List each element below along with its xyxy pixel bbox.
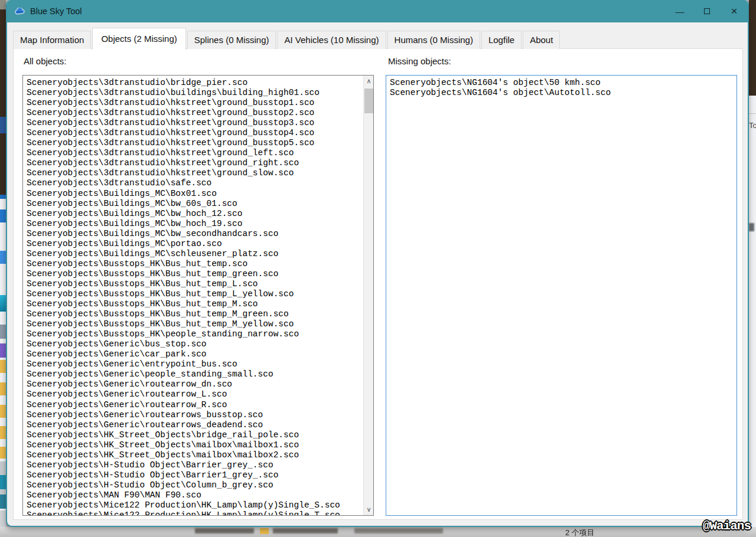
list-item[interactable]: Sceneryobjects\Generic\routearrow_L.sco bbox=[27, 389, 363, 400]
list-item[interactable]: Sceneryobjects\Generic\car_park.sco bbox=[27, 349, 363, 359]
list-item[interactable]: Sceneryobjects\Busstops_HK\Bus_hut_temp_… bbox=[27, 289, 363, 299]
scroll-down-icon[interactable]: ∨ bbox=[364, 505, 374, 515]
list-item[interactable]: Sceneryobjects\Busstops_HK\Bus_hut_temp_… bbox=[27, 299, 363, 309]
tab-humans[interactable]: Humans (0 Missing) bbox=[387, 31, 480, 49]
list-item[interactable]: Sceneryobjects\Generic\routearrow_R.sco bbox=[27, 400, 363, 410]
minimize-button[interactable]: — bbox=[666, 0, 693, 22]
background-items-count: 2 个项目 bbox=[565, 528, 595, 536]
vertical-scrollbar[interactable]: ∧ ∨ bbox=[363, 76, 373, 515]
list-item[interactable]: Sceneryobjects\Busstops_HK\Bus_hut_temp.… bbox=[27, 259, 363, 269]
list-item[interactable]: Sceneryobjects\Buildings_MC\portao.sco bbox=[27, 239, 363, 249]
maximize-icon bbox=[704, 8, 710, 14]
scroll-up-icon[interactable]: ∧ bbox=[364, 76, 374, 86]
background-text-fragment: To bbox=[749, 121, 756, 130]
folder-icon bbox=[260, 528, 269, 534]
list-item[interactable]: Sceneryobjects\Buildings_MC\bw_secondhan… bbox=[27, 229, 363, 239]
list-item[interactable]: Sceneryobjects\NG1604's object\Autotoll.… bbox=[390, 88, 734, 98]
background-text-smudge bbox=[354, 528, 443, 533]
background-text-smudge bbox=[195, 528, 254, 533]
background-app-icon bbox=[0, 495, 6, 509]
list-item[interactable]: Sceneryobjects\Generic\bus_stop.sco bbox=[27, 339, 363, 349]
list-item[interactable]: Sceneryobjects\Generic\routearrow_dn.sco bbox=[27, 379, 363, 389]
list-item[interactable]: Sceneryobjects\Buildings_MC\Box01.sco bbox=[27, 189, 363, 199]
maximize-button[interactable] bbox=[693, 0, 721, 22]
list-item[interactable]: Sceneryobjects\Busstops_HK\people_standi… bbox=[27, 329, 363, 339]
tab-logfile[interactable]: Logfile bbox=[481, 31, 522, 49]
all-objects-listbox[interactable]: Sceneryobjects\3dtranstudio\bridge_pier.… bbox=[22, 75, 374, 516]
all-objects-list: Sceneryobjects\3dtranstudio\bridge_pier.… bbox=[27, 78, 363, 515]
list-item[interactable]: Sceneryobjects\Generic\people_standing_s… bbox=[27, 369, 363, 379]
list-item[interactable]: Sceneryobjects\Busstops_HK\Bus_hut_temp_… bbox=[27, 319, 363, 329]
list-item[interactable]: Sceneryobjects\HK_Street_Objects\bridge_… bbox=[27, 430, 363, 440]
background-fragment bbox=[0, 0, 6, 9]
list-item[interactable]: Sceneryobjects\Mice122 Production\HK_Lam… bbox=[27, 500, 363, 510]
list-item[interactable]: Sceneryobjects\Generic\entrypoint_bus.sc… bbox=[27, 359, 363, 369]
list-item[interactable]: Sceneryobjects\Busstops_HK\Bus_hut_temp_… bbox=[27, 269, 363, 279]
list-item[interactable]: Sceneryobjects\Generic\routearrows_deade… bbox=[27, 420, 363, 430]
background-right-sliver: To bbox=[749, 0, 756, 537]
background-texture bbox=[749, 0, 756, 96]
background-texture bbox=[0, 0, 6, 198]
list-item[interactable]: Sceneryobjects\3dtranstudio\hkstreet\gro… bbox=[27, 118, 363, 128]
missing-objects-listbox[interactable]: Sceneryobjects\NG1604's object\50 kmh.sc… bbox=[386, 75, 737, 516]
app-window: Blue Sky Tool — × Map Information Object… bbox=[6, 0, 749, 527]
background-app-icon bbox=[0, 325, 6, 339]
list-item[interactable]: Sceneryobjects\H-Studio Object\Barrier_g… bbox=[27, 460, 363, 470]
folder-icon bbox=[0, 405, 6, 418]
background-app-icon bbox=[0, 295, 6, 312]
folder-icon bbox=[0, 447, 6, 459]
list-item[interactable]: Sceneryobjects\Mice122 Production\HK_Lam… bbox=[27, 510, 363, 515]
list-item[interactable]: Sceneryobjects\3dtranstudio\hkstreet\gro… bbox=[27, 98, 363, 108]
background-app-icon bbox=[0, 209, 6, 222]
list-item[interactable]: Sceneryobjects\MAN F90\MAN F90.sco bbox=[27, 490, 363, 500]
list-item[interactable]: Sceneryobjects\H-Studio Object\Column_b_… bbox=[27, 480, 363, 490]
list-item[interactable]: Sceneryobjects\3dtranstudio\hkstreet\gro… bbox=[27, 168, 363, 178]
list-item[interactable]: Sceneryobjects\3dtranstudio\hkstreet\gro… bbox=[27, 138, 363, 148]
tab-map-information[interactable]: Map Information bbox=[13, 31, 91, 49]
divider bbox=[749, 113, 756, 114]
list-item[interactable]: Sceneryobjects\HK_Street_Objects\mailbox… bbox=[27, 450, 363, 460]
list-item[interactable]: Sceneryobjects\Buildings_MC\schleusener_… bbox=[27, 249, 363, 259]
tab-ai-vehicles[interactable]: AI Vehicles (10 Missing) bbox=[277, 31, 386, 49]
list-item[interactable]: Sceneryobjects\Buildings_MC\bw_60s_01.sc… bbox=[27, 199, 363, 209]
list-item[interactable]: Sceneryobjects\3dtranstudio\hkstreet\gro… bbox=[27, 148, 363, 158]
list-item[interactable]: Sceneryobjects\H-Studio Object\Barrier1_… bbox=[27, 470, 363, 480]
list-item[interactable]: Sceneryobjects\Buildings_MC\bw_hoch_19.s… bbox=[27, 219, 363, 229]
objects-tab-panel: All objects: Missing objects: Sceneryobj… bbox=[13, 48, 743, 520]
titlebar[interactable]: Blue Sky Tool — × bbox=[7, 0, 748, 22]
folder-icon bbox=[0, 426, 6, 439]
list-item[interactable]: Sceneryobjects\3dtranstudio\safe.sco bbox=[27, 178, 363, 188]
background-app-icon bbox=[0, 343, 6, 358]
list-item[interactable]: Sceneryobjects\3dtranstudio\bridge_pier.… bbox=[27, 78, 363, 88]
close-button[interactable]: × bbox=[721, 0, 748, 22]
folder-icon bbox=[0, 382, 6, 395]
background-fragment bbox=[0, 195, 6, 199]
list-item[interactable]: Sceneryobjects\NG1604's object\50 kmh.sc… bbox=[390, 78, 734, 88]
list-item[interactable]: Sceneryobjects\Busstops_HK\Bus_hut_temp_… bbox=[27, 279, 363, 289]
background-app-icon bbox=[0, 117, 6, 133]
background-bottom-strip: 2 个项目 bbox=[0, 527, 756, 537]
list-item[interactable]: Sceneryobjects\3dtranstudio\hkstreet\gro… bbox=[27, 108, 363, 118]
list-item[interactable]: Sceneryobjects\3dtranstudio\hkstreet\gro… bbox=[27, 128, 363, 138]
list-item[interactable]: Sceneryobjects\Buildings_MC\bw_hoch_12.s… bbox=[27, 209, 363, 219]
list-item[interactable]: Sceneryobjects\HK_Street_Objects\mailbox… bbox=[27, 440, 363, 450]
cloud-app-icon bbox=[15, 8, 25, 15]
background-fragment bbox=[749, 223, 754, 231]
background-text-smudge bbox=[273, 528, 338, 533]
list-item[interactable]: Sceneryobjects\3dtranstudio\buildings\bu… bbox=[27, 88, 363, 98]
tab-objects[interactable]: Objects (2 Missing) bbox=[92, 28, 185, 50]
missing-objects-label: Missing objects: bbox=[388, 56, 451, 66]
tab-splines[interactable]: Splines (0 Missing) bbox=[187, 31, 276, 49]
background-app-icon bbox=[0, 251, 6, 264]
list-item[interactable]: Sceneryobjects\3dtranstudio\hkstreet\gro… bbox=[27, 158, 363, 168]
scrollbar-thumb[interactable] bbox=[364, 89, 373, 113]
background-app-icon bbox=[0, 475, 6, 489]
tab-about[interactable]: About bbox=[523, 31, 560, 49]
all-objects-label: All objects: bbox=[24, 56, 67, 66]
list-item[interactable]: Sceneryobjects\Generic\routearrows_busst… bbox=[27, 410, 363, 420]
tab-bar: Map Information Objects (2 Missing) Spli… bbox=[13, 28, 561, 49]
watermark: @Waians bbox=[703, 519, 751, 533]
list-item[interactable]: Sceneryobjects\Busstops_HK\Bus_hut_temp_… bbox=[27, 309, 363, 319]
folder-icon bbox=[0, 360, 6, 373]
window-title: Blue Sky Tool bbox=[30, 6, 82, 16]
